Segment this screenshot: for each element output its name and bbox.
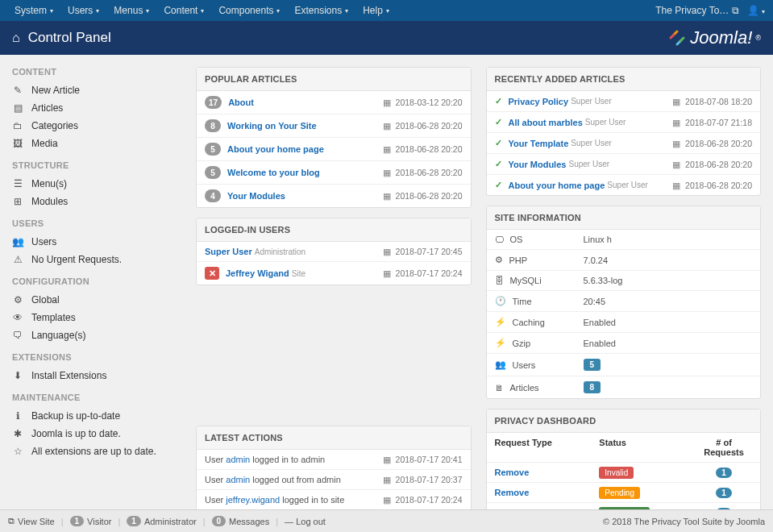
sidebar-icon: 🗀 [12, 120, 23, 131]
logout-user-button[interactable]: ✕ [205, 267, 219, 280]
sidebar-item-install-extensions[interactable]: ⬇Install Extensions [12, 367, 181, 384]
sidebar: CONTENT✎New Article▤Articles🗀Categories🖼… [12, 67, 181, 532]
article-author: Super User [585, 118, 626, 127]
external-icon: ⧉ [732, 5, 739, 16]
user-location: Site [292, 269, 305, 278]
top-menubar: System ▾Users ▾Menus ▾Content ▾Component… [0, 0, 773, 21]
menu-menus[interactable]: Menus ▾ [107, 2, 156, 19]
sidebar-item-label: Install Extensions [31, 370, 106, 381]
article-date: 2018-06-28 20:20 [396, 144, 463, 154]
info-label: Articles [510, 383, 539, 393]
calendar-icon: ▦ [383, 121, 391, 131]
footer-administrator[interactable]: 1 Administrator [127, 516, 196, 526]
article-link[interactable]: Your Template [509, 139, 569, 148]
site-name-link[interactable]: The Privacy To… ⧉ [655, 5, 739, 16]
sidebar-item-label: Menu(s) [31, 178, 67, 189]
menu-help[interactable]: Help ▾ [356, 2, 396, 19]
info-value: Enabled [584, 318, 616, 327]
sidebar-item-menu-s-[interactable]: ☰Menu(s) [12, 175, 181, 193]
article-link[interactable]: Your Modules [227, 191, 285, 201]
recent-article-row: ✓Your Template Super User▦2018-06-28 20:… [487, 133, 761, 154]
sidebar-icon: ▤ [12, 102, 23, 114]
articles-count-badge[interactable]: 8 [584, 381, 601, 393]
view-site-link[interactable]: ⧉ View Site [8, 516, 55, 526]
user-menu[interactable]: 👤 ▾ [747, 5, 765, 16]
article-link[interactable]: All about marbles [509, 118, 583, 127]
sidebar-item-backup-is-up-to-date[interactable]: ℹBackup is up-to-date [12, 407, 181, 425]
user-link[interactable]: Super User [205, 247, 252, 256]
article-date: 2018-03-12 20:20 [396, 98, 463, 107]
footer-messages[interactable]: 0 Messages [212, 516, 270, 526]
privacy-row: RemovePending1 [487, 483, 761, 503]
sidebar-item-modules[interactable]: ⊞Modules [12, 193, 181, 210]
sidebar-item-joomla-is-up-to-date-[interactable]: ✱Joomla is up to date. [12, 425, 181, 443]
sidebar-item-all-extensions-are-up-to-date-[interactable]: ☆All extensions are up to date. [12, 443, 181, 460]
sidebar-item-new-article[interactable]: ✎New Article [12, 81, 181, 99]
recent-article-row: ✓Your Modules Super User▦2018-06-28 20:2… [487, 154, 761, 175]
sidebar-item-categories[interactable]: 🗀Categories [12, 117, 181, 135]
login-date: 2018-07-17 20:45 [396, 247, 463, 256]
sidebar-item-users[interactable]: 👥Users [12, 233, 181, 251]
sidebar-section-title: STRUCTURE [12, 160, 181, 170]
sidebar-item-global[interactable]: ⚙Global [12, 291, 181, 309]
info-value: 5.6.33-log [584, 276, 623, 285]
menu-components[interactable]: Components ▾ [212, 2, 286, 19]
sidebar-section-title: EXTENSIONS [12, 352, 181, 362]
menu-system[interactable]: System ▾ [8, 2, 60, 19]
article-link[interactable]: About your home page [227, 144, 324, 154]
panel-title: PRIVACY DASHBOARD [487, 409, 761, 433]
status-badge: Invalid [599, 467, 634, 479]
sidebar-item-no-urgent-requests-[interactable]: ⚠No Urgent Requests. [12, 251, 181, 268]
menu-users[interactable]: Users ▾ [61, 2, 106, 19]
users-count-badge[interactable]: 5 [584, 359, 601, 371]
sidebar-item-label: Categories [31, 120, 78, 131]
privacy-header-row: Request TypeStatus# of Requests [487, 433, 761, 463]
caret-down-icon: ▾ [276, 7, 280, 15]
articles-icon: 🗎 [495, 383, 504, 393]
sidebar-item-templates[interactable]: 👁Templates [12, 309, 181, 326]
action-user-link[interactable]: jeffrey.wigand [226, 495, 280, 505]
calendar-icon: ▦ [383, 495, 391, 505]
site-info-row: 🖵OSLinux h [487, 230, 761, 250]
popular-article-row: 8Working on Your Site▦2018-06-28 20:20 [197, 114, 471, 138]
joomla-logo[interactable]: Joomla!® [667, 27, 761, 48]
article-link[interactable]: About [228, 98, 254, 107]
info-label: Time [513, 297, 532, 306]
col-num-requests: # of Requests [696, 438, 752, 457]
calendar-icon: ▦ [672, 181, 680, 190]
logout-link[interactable]: — Log out [285, 517, 326, 526]
article-link[interactable]: Working on Your Site [227, 121, 317, 131]
article-link[interactable]: Your Modules [509, 160, 567, 169]
sidebar-icon: ℹ [12, 410, 23, 422]
sidebar-item-media[interactable]: 🖼Media [12, 135, 181, 152]
info-label: OS [510, 235, 523, 244]
info-icon: ⚡ [495, 338, 506, 348]
info-label: PHP [509, 256, 528, 265]
article-link[interactable]: Privacy Policy [509, 97, 569, 106]
sidebar-item-language-s-[interactable]: 🗨Language(s) [12, 326, 181, 344]
user-link[interactable]: Jeffrey Wigand [226, 268, 289, 278]
calendar-icon: ▦ [383, 191, 391, 201]
menu-extensions[interactable]: Extensions ▾ [288, 2, 355, 19]
request-type-link[interactable]: Remove [495, 468, 530, 477]
action-user-link[interactable]: admin [226, 475, 250, 484]
sidebar-icon: ⚙ [12, 294, 23, 305]
menu-content[interactable]: Content ▾ [157, 2, 210, 19]
article-link[interactable]: About your home page [509, 181, 605, 190]
topbar-right: The Privacy To… ⧉ 👤 ▾ [655, 5, 765, 16]
info-label: Gzip [513, 339, 531, 348]
action-user-link[interactable]: admin [226, 455, 250, 464]
footer-visitor[interactable]: 1 Visitor [70, 516, 112, 526]
logged-in-user-row: Super User Administration▦2018-07-17 20:… [197, 242, 471, 262]
sidebar-item-articles[interactable]: ▤Articles [12, 99, 181, 117]
request-type-link[interactable]: Remove [495, 488, 530, 497]
action-text: User admin logged in to admin [205, 455, 383, 464]
article-author: Super User [607, 181, 648, 189]
sidebar-icon: ⚠ [12, 254, 23, 265]
request-count-badge: 1 [716, 488, 732, 498]
site-info-row: ⚡CachingEnabled [487, 312, 761, 333]
check-icon: ✓ [495, 180, 502, 190]
sidebar-icon: ⬇ [12, 370, 23, 381]
article-link[interactable]: Welcome to your blog [227, 168, 320, 177]
user-location: Administration [255, 247, 305, 256]
